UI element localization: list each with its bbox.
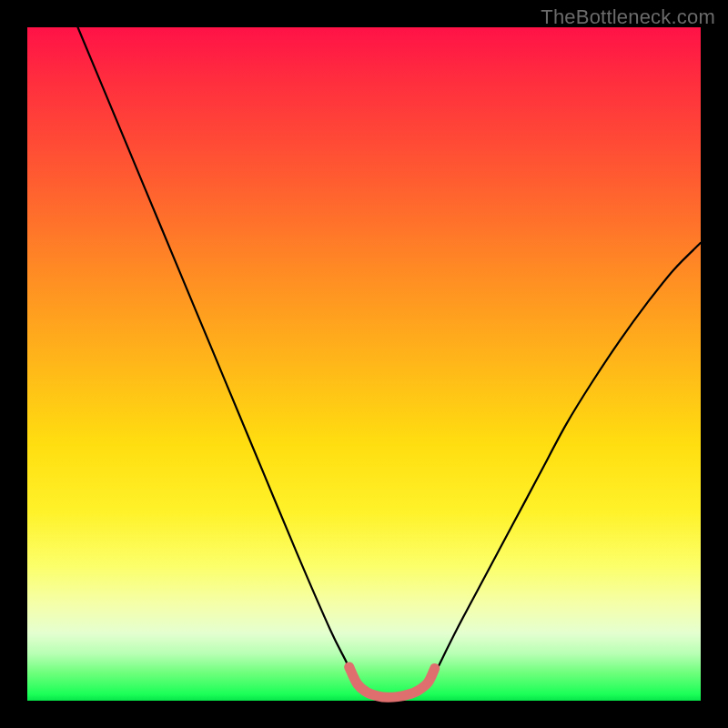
right-curve-path [428, 243, 701, 687]
plot-area [27, 27, 701, 701]
curve-layer [27, 27, 701, 701]
watermark-text: TheBottleneck.com [541, 5, 715, 29]
trough-marker-path [349, 667, 435, 697]
chart-frame: TheBottleneck.com [0, 0, 728, 728]
left-curve-path [78, 27, 358, 687]
